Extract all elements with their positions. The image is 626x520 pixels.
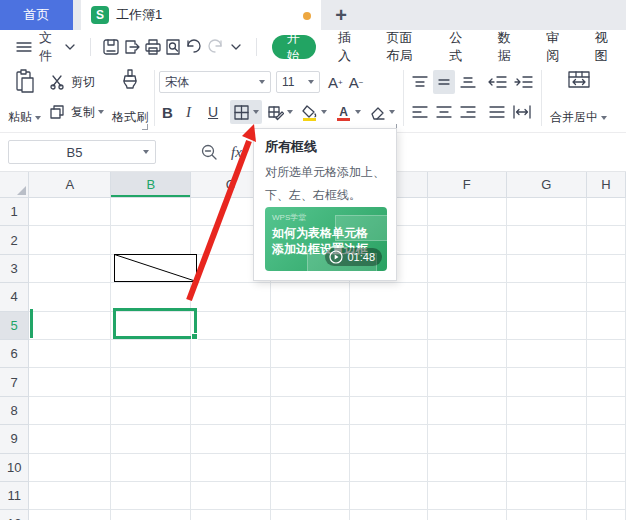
print-preview-button[interactable] [163, 35, 184, 59]
cell-d4[interactable] [271, 283, 350, 311]
home-tab[interactable]: 首页 [0, 0, 73, 30]
cell-b9[interactable] [111, 425, 191, 453]
tab-view[interactable]: 视图 [583, 35, 621, 59]
cell-g12[interactable] [507, 510, 587, 520]
document-tab[interactable]: S 工作簿1 [81, 0, 321, 30]
cell-g10[interactable] [507, 454, 587, 482]
cell-c8[interactable] [191, 397, 270, 425]
insert-function-icon[interactable]: fx [231, 144, 242, 161]
cell-a1[interactable] [29, 198, 111, 226]
cell-c6[interactable] [191, 340, 270, 368]
cell-e4[interactable] [350, 283, 428, 311]
row-header-7[interactable]: 7 [0, 368, 29, 396]
row-header-1[interactable]: 1 [0, 198, 29, 226]
cell-h9[interactable] [587, 425, 626, 453]
tab-page-layout[interactable]: 页面布局 [374, 35, 427, 59]
cell-g9[interactable] [507, 425, 587, 453]
undo-button[interactable] [184, 35, 205, 59]
cell-a4[interactable] [29, 283, 111, 311]
cell-c5[interactable] [191, 312, 270, 340]
cell-c9[interactable] [191, 425, 270, 453]
cell-f10[interactable] [428, 454, 507, 482]
cut-button[interactable]: 剪切 [49, 68, 104, 96]
cell-b11[interactable] [111, 482, 191, 510]
cell-g2[interactable] [507, 226, 587, 254]
cell-b10[interactable] [111, 454, 191, 482]
cell-a10[interactable] [29, 454, 111, 482]
tutorial-video-card[interactable]: WPS学堂 如何为表格单元格 添加边框设置边框 01:48 [265, 207, 387, 271]
cell-f11[interactable] [428, 482, 507, 510]
row-header-6[interactable]: 6 [0, 340, 29, 368]
tab-start[interactable]: 开始 [272, 35, 316, 59]
cell-b6[interactable] [111, 340, 191, 368]
align-right-button[interactable] [457, 100, 479, 124]
paste-button[interactable]: 粘贴 [6, 64, 43, 132]
cell-g1[interactable] [507, 198, 587, 226]
cell-d8[interactable] [271, 397, 350, 425]
cell-d7[interactable] [271, 368, 350, 396]
clear-format-button[interactable] [366, 100, 398, 124]
hamburger-menu-icon[interactable] [16, 40, 32, 54]
selected-cell-b5[interactable] [113, 308, 197, 339]
row-header-5[interactable]: 5 [0, 312, 29, 340]
cell-g6[interactable] [507, 340, 587, 368]
cell-e10[interactable] [350, 454, 428, 482]
cell-b8[interactable] [111, 397, 191, 425]
cell-b3-diagonal-border[interactable] [114, 254, 198, 283]
cell-a9[interactable] [29, 425, 111, 453]
increase-font-size-button[interactable]: A+ [326, 70, 345, 94]
tab-review[interactable]: 审阅 [534, 35, 572, 59]
increase-indent-button[interactable] [512, 70, 536, 94]
align-center-button[interactable] [433, 100, 455, 124]
bold-button[interactable]: B [160, 100, 182, 124]
draw-border-button[interactable] [264, 100, 296, 124]
cell-a5[interactable] [29, 312, 111, 340]
column-header-g[interactable]: G [507, 172, 587, 198]
cell-e8[interactable] [350, 397, 428, 425]
cell-h7[interactable] [587, 368, 626, 396]
redo-button[interactable] [205, 35, 226, 59]
export-button[interactable] [122, 35, 143, 59]
decrease-font-size-button[interactable]: A− [347, 70, 366, 94]
cell-f1[interactable] [428, 198, 507, 226]
justify-button[interactable] [486, 100, 508, 124]
fill-color-button[interactable] [298, 100, 330, 124]
cell-d5[interactable] [271, 312, 350, 340]
copy-button[interactable]: 复制 [49, 98, 104, 126]
align-left-button[interactable] [409, 100, 431, 124]
cell-d11[interactable] [271, 482, 350, 510]
cell-e9[interactable] [350, 425, 428, 453]
align-top-button[interactable] [409, 70, 431, 94]
row-header-12[interactable]: 12 [0, 510, 29, 520]
row-header-2[interactable]: 2 [0, 226, 29, 254]
cell-a12[interactable] [29, 510, 111, 520]
cell-d12[interactable] [271, 510, 350, 520]
cell-g11[interactable] [507, 482, 587, 510]
cell-g4[interactable] [507, 283, 587, 311]
cell-h3[interactable] [587, 255, 626, 283]
cell-f6[interactable] [428, 340, 507, 368]
cell-a8[interactable] [29, 397, 111, 425]
borders-dropdown-caret[interactable] [253, 110, 259, 114]
font-name-select[interactable]: 宋体 [159, 71, 271, 93]
save-button[interactable] [101, 35, 122, 59]
cell-h1[interactable] [587, 198, 626, 226]
cell-c12[interactable] [191, 510, 270, 520]
cell-b2[interactable] [111, 226, 191, 254]
cell-e12[interactable] [350, 510, 428, 520]
column-header-h[interactable]: H [587, 172, 626, 198]
toolbar-options-chevron-icon[interactable] [225, 35, 246, 59]
merge-center-button[interactable]: 合并居中 [546, 64, 611, 132]
cell-f2[interactable] [428, 226, 507, 254]
name-box[interactable]: B5 [8, 140, 156, 164]
cell-h11[interactable] [587, 482, 626, 510]
fill-handle[interactable] [191, 333, 198, 340]
cell-h6[interactable] [587, 340, 626, 368]
borders-button[interactable] [230, 100, 262, 124]
column-header-b[interactable]: B [111, 172, 191, 198]
cell-f7[interactable] [428, 368, 507, 396]
underline-button[interactable]: U [206, 100, 228, 124]
font-color-button[interactable]: A [332, 100, 364, 124]
distributed-align-button[interactable] [510, 100, 534, 124]
row-header-3[interactable]: 3 [0, 255, 29, 283]
